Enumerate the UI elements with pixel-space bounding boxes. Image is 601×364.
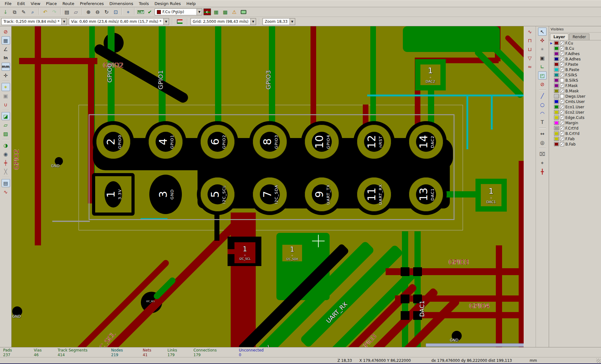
layer-row-b.cu[interactable]: ✓B.Cu: [549, 46, 601, 51]
chevron-down-icon[interactable]: ▼: [290, 18, 295, 25]
menu-item-route[interactable]: Route: [59, 1, 77, 7]
layer-row-eco1.user[interactable]: ✓Eco1.User: [549, 104, 601, 110]
layer-visibility-checkbox[interactable]: ✓: [560, 126, 564, 130]
footprint-mode-icon[interactable]: ▦: [212, 8, 220, 16]
layer-visibility-checkbox[interactable]: ✓: [560, 105, 564, 109]
layer-color-swatch[interactable]: [554, 62, 559, 66]
auto-track-width-icon[interactable]: [176, 18, 184, 26]
layer-row-f.silks[interactable]: ✓F.SilkS: [549, 72, 601, 78]
ratsnest-show-icon[interactable]: ✶: [2, 83, 10, 91]
layer-visibility-checkbox[interactable]: ✓: [560, 41, 564, 45]
resize-grip[interactable]: [596, 359, 600, 363]
auto-delete-track-icon[interactable]: ∪: [2, 100, 10, 109]
save-board-icon[interactable]: ↓: [1, 8, 10, 16]
layer-visibility-checkbox[interactable]: ✓: [560, 73, 564, 77]
layer-row-f.crtyd[interactable]: ✓F.CrtYd: [549, 126, 601, 131]
pads-sketch-icon[interactable]: ◉: [2, 150, 10, 158]
highlight-net-icon[interactable]: ✜: [538, 36, 547, 44]
drill-origin-icon[interactable]: ⌖: [538, 159, 547, 167]
mw-shape-icon[interactable]: ≈: [526, 63, 534, 71]
layer-visibility-checkbox[interactable]: ✓: [560, 121, 564, 125]
track-mode-icon[interactable]: ▩: [221, 8, 229, 16]
add-arc-icon[interactable]: ◠: [538, 109, 547, 117]
layer-row-eco2.user[interactable]: ✓Eco2.User: [549, 110, 601, 115]
chevron-down-icon[interactable]: ▼: [61, 18, 67, 25]
layer-visibility-checkbox[interactable]: ✓: [560, 100, 564, 104]
layer-visibility-checkbox[interactable]: ✓: [560, 89, 564, 93]
layer-color-swatch[interactable]: [554, 105, 559, 109]
plot-icon[interactable]: ▱: [72, 8, 80, 16]
layer-color-swatch[interactable]: [554, 84, 559, 88]
route-track-icon[interactable]: ∟: [538, 63, 547, 71]
layer-selector-combo[interactable]: F.Cu (PgUp) ▼: [155, 8, 202, 15]
layer-color-swatch[interactable]: [554, 126, 559, 130]
tab-layer[interactable]: Layer: [550, 33, 568, 40]
module-ratsnest-icon[interactable]: ▣: [2, 92, 10, 100]
layer-visibility-checkbox[interactable]: ✓: [560, 57, 564, 61]
add-footprint-icon[interactable]: ▣: [538, 54, 547, 62]
pad-4-gpio1[interactable]: 4GPIO1: [145, 121, 186, 162]
menu-item-place[interactable]: Place: [43, 1, 60, 7]
via-display-icon[interactable]: c: [203, 8, 211, 16]
add-line-icon[interactable]: ╱: [538, 92, 547, 100]
mw-stub-icon[interactable]: ⊔: [526, 45, 534, 53]
menu-item-tools[interactable]: Tools: [136, 1, 152, 7]
netlist-icon[interactable]: NET: [136, 8, 145, 16]
menu-item-design-rules[interactable]: Design Rules: [152, 1, 184, 7]
layer-color-swatch[interactable]: [554, 142, 559, 146]
print-icon[interactable]: ▤: [63, 8, 71, 16]
zoom-level-combo[interactable]: Zoom 18,33 ▼: [263, 18, 295, 25]
select-tool-icon[interactable]: ↖: [538, 28, 547, 36]
menu-item-view[interactable]: View: [28, 1, 43, 7]
layer-color-swatch[interactable]: [554, 68, 559, 72]
undo-icon[interactable]: ↶: [41, 8, 49, 16]
pad-7-i2c_sda[interactable]: 7I2C_SDA: [249, 174, 290, 215]
layer-row-margin[interactable]: ✓Margin: [549, 120, 601, 126]
layer-color-swatch[interactable]: [554, 115, 559, 120]
grid-origin-icon[interactable]: ╋: [538, 167, 547, 176]
units-inch-icon[interactable]: In: [2, 54, 10, 62]
polar-coords-icon[interactable]: ∠: [2, 45, 10, 53]
smd-pad-i2c-sda[interactable]: 1 + I2C_SDA: [280, 242, 305, 264]
chevron-down-icon[interactable]: ▼: [250, 18, 256, 25]
via-size-combo[interactable]: Via: 0,60 mm (23,6 mils)/ 0,40 mm (15,7 …: [69, 18, 169, 25]
layer-row-f.cu[interactable]: ▶✓F.Cu: [549, 40, 601, 46]
layer-visibility-checkbox[interactable]: ✓: [560, 137, 564, 141]
layer-color-swatch[interactable]: [554, 94, 559, 98]
page-settings-icon[interactable]: ⧉: [10, 8, 19, 16]
add-keepout-icon[interactable]: ⊘: [538, 80, 547, 88]
layer-row-f.adhes[interactable]: ✓F.Adhes: [549, 51, 601, 56]
smd-pad-dac2[interactable]: 1 + DAC2: [415, 59, 446, 90]
local-ratsnest-icon[interactable]: ✴: [538, 45, 547, 53]
zoom-fit-icon[interactable]: ⊡: [111, 8, 120, 16]
pad-9-uart_tx[interactable]: 9UART_TX: [301, 174, 342, 215]
horizontal-scrollbar-thumb[interactable]: [426, 343, 524, 347]
layer-row-b.paste[interactable]: ✓B.Paste: [549, 67, 601, 72]
smd-pad-i2c-scl[interactable]: 1 + I2C_SCL: [234, 242, 255, 263]
drc-warning-icon[interactable]: ⚠: [230, 8, 239, 16]
pad-13-dac1[interactable]: 13DAC1: [405, 174, 447, 215]
layer-color-swatch[interactable]: [554, 41, 559, 45]
tracks-sketch-icon[interactable]: ╪: [2, 159, 10, 167]
layer-visibility-checkbox[interactable]: [560, 78, 564, 82]
add-dimension-icon[interactable]: ↔: [538, 130, 547, 138]
layer-color-swatch[interactable]: [554, 137, 559, 141]
layer-visibility-checkbox[interactable]: ✓: [560, 46, 564, 50]
menu-item-preferences[interactable]: Preferences: [77, 1, 106, 7]
layer-color-swatch[interactable]: [554, 121, 559, 125]
layer-visibility-checkbox[interactable]: ✓: [560, 84, 564, 88]
redo-icon[interactable]: ↷: [50, 8, 59, 16]
zoom-out-icon[interactable]: ⊖: [93, 8, 102, 16]
pad-10-gpio4[interactable]: 10GPIO4: [301, 121, 342, 162]
layer-color-swatch[interactable]: [554, 52, 559, 56]
layer-color-swatch[interactable]: [554, 46, 559, 50]
layer-visibility-checkbox[interactable]: ✓: [560, 142, 564, 146]
layer-visibility-checkbox[interactable]: ✓: [560, 115, 564, 120]
layer-visibility-checkbox[interactable]: [560, 94, 564, 98]
zones-nofill-icon[interactable]: ▨: [2, 130, 10, 138]
smd-pad-dac1[interactable]: 1 + DAC1: [475, 179, 507, 212]
microwave-tools-icon[interactable]: ∿: [2, 188, 10, 196]
pad-2-gpio0[interactable]: 2GPIO0: [93, 121, 134, 162]
tab-render[interactable]: Render: [569, 33, 589, 40]
zones-filled-icon[interactable]: ◪: [2, 112, 10, 120]
